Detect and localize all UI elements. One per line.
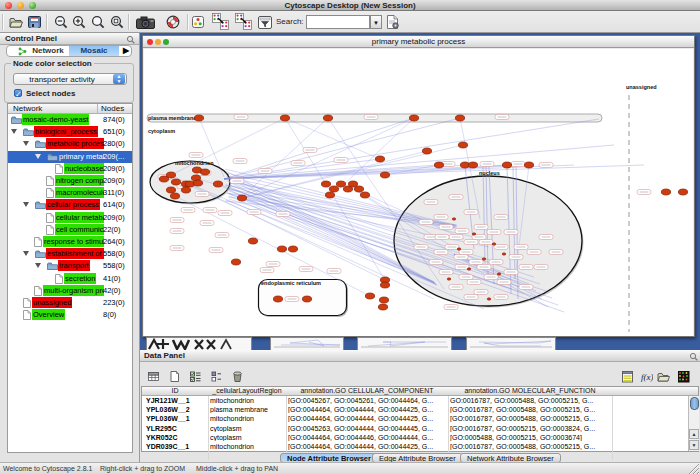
svg-text:plasma membrane: plasma membrane xyxy=(148,115,196,121)
svg-text:mitochondrion: mitochondrion xyxy=(175,160,214,166)
svg-text:endoplasmic reticulum: endoplasmic reticulum xyxy=(261,280,321,286)
svg-text:cytoplasm: cytoplasm xyxy=(148,128,175,134)
svg-text:unassigned: unassigned xyxy=(626,84,657,90)
svg-text:f(x): f(x) xyxy=(641,372,653,382)
svg-text:nucleus: nucleus xyxy=(479,170,500,176)
